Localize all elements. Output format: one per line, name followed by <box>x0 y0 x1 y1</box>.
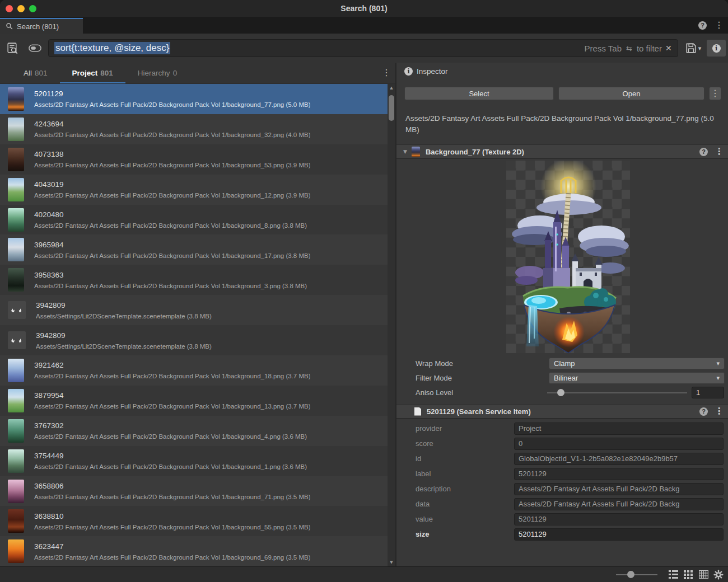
grid-view-icon[interactable] <box>683 570 693 580</box>
scene-template-thumbnail <box>8 331 26 349</box>
toggle-inspector-button[interactable]: i <box>707 40 726 57</box>
search-toolbar: sort{t:texture, @size, desc} Press Tab ⇆… <box>0 34 728 63</box>
field-value[interactable]: 5201129 <box>514 528 724 541</box>
result-path: Assets/Settings/Lit2DSceneTemplate.scene… <box>36 313 212 320</box>
settings-gear-icon[interactable] <box>713 570 724 580</box>
result-path: Assets/2D Fantasy Art Assets Full Pack/2… <box>34 283 307 289</box>
aniso-level-value[interactable]: 1 <box>692 387 724 398</box>
result-id: 4243694 <box>34 120 310 128</box>
field-value[interactable]: Project <box>514 423 724 435</box>
zoom-window-button[interactable] <box>29 5 36 12</box>
clear-search-icon[interactable]: ✕ <box>665 44 672 53</box>
result-row[interactable]: 5201129Assets/2D Fantasy Art Assets Full… <box>0 84 388 114</box>
result-path: Assets/2D Fantasy Art Assets Full Pack/2… <box>34 403 310 410</box>
tab-all[interactable]: All 801 <box>11 63 60 83</box>
result-path: Assets/Settings/Lit2DSceneTemplate.scene… <box>36 343 212 350</box>
foldout-icon[interactable]: ▼ <box>403 149 407 154</box>
texture-help-icon[interactable]: ? <box>699 148 708 156</box>
texture-kebab-icon[interactable]: ⋮ <box>715 147 724 156</box>
inspector-panel: i Inspector Select Open ⋮ Assets/2D Fant… <box>395 63 728 566</box>
result-path: Assets/2D Fantasy Art Assets Full Pack/2… <box>34 101 310 108</box>
doc-tabstrip: Search (801) ? ⋮ <box>0 17 728 34</box>
result-row[interactable]: 3942809Assets/Settings/Lit2DSceneTemplat… <box>0 325 388 355</box>
query-builder-toggle-icon[interactable] <box>29 44 41 52</box>
save-search-button[interactable]: ▾ <box>685 42 702 54</box>
result-id: 3623447 <box>34 542 310 551</box>
field-value[interactable]: Assets/2D Fantasy Art Assets Full Pack/2… <box>514 498 724 510</box>
slider-knob[interactable] <box>557 389 564 396</box>
texture-thumbnail <box>8 389 24 412</box>
table-view-icon[interactable] <box>698 570 708 580</box>
tab-project[interactable]: Project 801 <box>60 63 125 83</box>
inspector-header: i Inspector <box>404 67 448 76</box>
close-window-button[interactable] <box>6 5 13 12</box>
document-icon <box>414 407 421 416</box>
inspector-more-button[interactable]: ⋮ <box>709 87 721 100</box>
doc-tab-search[interactable]: Search (801) <box>0 18 83 34</box>
result-row[interactable]: 3754449Assets/2D Fantasy Art Assets Full… <box>0 446 388 476</box>
result-row[interactable]: 3965984Assets/2D Fantasy Art Assets Full… <box>0 234 388 265</box>
slider-track <box>547 392 687 393</box>
results-scrollbar[interactable]: ▲ ▼ <box>388 84 395 566</box>
texture-thumbnail <box>8 208 24 232</box>
minimize-window-button[interactable] <box>17 5 25 12</box>
scrollbar-thumb[interactable] <box>389 95 394 121</box>
filter-mode-dropdown[interactable]: Bilinear ▾ <box>549 372 725 384</box>
aniso-level-label: Aniso Level <box>416 388 453 397</box>
texture-preview <box>396 159 728 355</box>
field-value[interactable]: 5201129 <box>514 513 724 525</box>
result-row[interactable]: 4243694Assets/2D Fantasy Art Assets Full… <box>0 114 388 144</box>
traffic-lights <box>6 0 36 17</box>
search-hint: Press Tab ⇆ to filter <box>585 44 662 53</box>
result-row[interactable]: 3879954Assets/2D Fantasy Art Assets Full… <box>0 386 388 416</box>
result-row[interactable]: 3942809Assets/Settings/Lit2DSceneTemplat… <box>0 295 388 325</box>
slider-knob[interactable] <box>627 571 634 578</box>
texture-thumbnail <box>8 359 24 382</box>
result-row[interactable]: 3658806Assets/2D Fantasy Art Assets Full… <box>0 476 388 506</box>
result-row[interactable]: 4043019Assets/2D Fantasy Art Assets Full… <box>0 175 388 205</box>
texture-mini-thumbnail <box>412 147 420 157</box>
item-kebab-icon[interactable]: ⋮ <box>715 407 724 416</box>
open-button[interactable]: Open <box>558 87 704 100</box>
texture-section-header[interactable]: ▼ Background_77 (Texture 2D) ? ⋮ <box>396 144 728 159</box>
result-tabs-kebab-icon[interactable]: ⋮ <box>382 68 391 77</box>
scene-template-thumbnail <box>8 301 26 319</box>
result-row[interactable]: 3767302Assets/2D Fantasy Art Assets Full… <box>0 416 388 446</box>
saved-searches-icon[interactable] <box>6 41 20 55</box>
aniso-level-slider[interactable] <box>547 387 687 398</box>
texture-thumbnail <box>8 480 24 503</box>
list-view-icon[interactable] <box>668 570 678 580</box>
scroll-down-icon[interactable]: ▼ <box>388 558 395 566</box>
item-field-row: descriptionAssets/2D Fantasy Art Assets … <box>396 481 728 496</box>
item-size-slider[interactable] <box>616 571 657 579</box>
result-id: 3879954 <box>34 391 310 400</box>
help-icon[interactable]: ? <box>698 21 707 30</box>
chevron-down-icon: ▾ <box>716 360 720 367</box>
save-icon <box>685 42 697 54</box>
result-id: 3942809 <box>36 301 212 309</box>
result-id: 4043019 <box>34 180 310 189</box>
search-input[interactable]: sort{t:texture, @size, desc} Press Tab ⇆… <box>48 39 678 57</box>
field-value[interactable]: 0 <box>514 438 724 450</box>
tab-hierarchy[interactable]: Hierarchy 0 <box>125 63 189 83</box>
tabstrip-kebab-icon[interactable]: ⋮ <box>715 21 724 30</box>
result-row[interactable]: 3921462Assets/2D Fantasy Art Assets Full… <box>0 355 388 386</box>
result-id: 3658806 <box>34 482 310 490</box>
field-value[interactable]: Assets/2D Fantasy Art Assets Full Pack/2… <box>514 483 724 495</box>
field-value[interactable]: 5201129 <box>514 468 724 480</box>
field-value[interactable]: GlobalObjectId_V1-1-2b5a082e1e82049e2b9b… <box>514 453 724 465</box>
item-section-title: 5201129 (Search Service Item) <box>427 407 531 416</box>
result-id: 3638810 <box>34 512 310 520</box>
result-row[interactable]: 3638810Assets/2D Fantasy Art Assets Full… <box>0 506 388 536</box>
texture-thumbnail <box>8 148 24 171</box>
result-row[interactable]: 3623447Assets/2D Fantasy Art Assets Full… <box>0 536 388 566</box>
scroll-up-icon[interactable]: ▲ <box>388 84 395 92</box>
item-field-row: score0 <box>396 436 728 451</box>
result-row[interactable]: 3958363Assets/2D Fantasy Art Assets Full… <box>0 265 388 295</box>
select-button[interactable]: Select <box>404 87 554 100</box>
wrap-mode-dropdown[interactable]: Clamp ▾ <box>549 358 725 369</box>
result-row[interactable]: 4073138Assets/2D Fantasy Art Assets Full… <box>0 144 388 175</box>
item-section-header[interactable]: 5201129 (Search Service Item) ? ⋮ <box>396 404 728 419</box>
result-row[interactable]: 4020480Assets/2D Fantasy Art Assets Full… <box>0 205 388 235</box>
item-help-icon[interactable]: ? <box>699 407 708 416</box>
